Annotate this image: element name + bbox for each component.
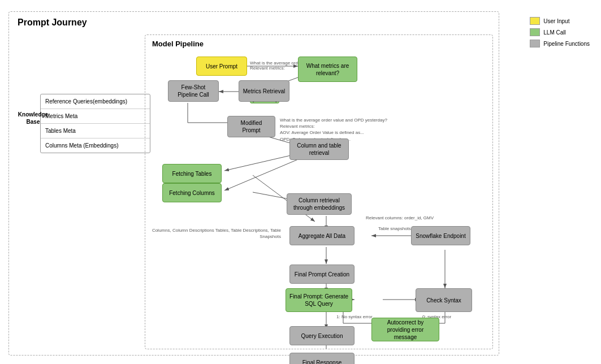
svg-line-8: [224, 159, 298, 190]
main-container: User Input LLM Call Pipeline Functions P…: [0, 0, 601, 364]
model-pipeline-container: Model Pipeline: [145, 34, 493, 349]
legend-user-input-box: [530, 17, 540, 25]
kb-row-tables: Tables Meta: [41, 124, 150, 138]
fetching-columns-node: Fetching Columns: [162, 183, 222, 202]
model-pipeline-title: Model Pipeline: [152, 40, 204, 48]
final-response-node: Final Response: [289, 353, 354, 364]
user-prompt-node: User Prompt: [196, 57, 247, 76]
legend-user-input: User Input: [530, 17, 590, 25]
fetching-tables-node: Fetching Tables: [162, 164, 222, 183]
legend-pipeline: Pipeline Functions: [530, 40, 590, 47]
legend-llm-call: LLM Call: [530, 28, 590, 36]
query-execution-node: Query Execution: [289, 326, 354, 345]
snowflake-endpoint-node: Snowflake Endpoint: [411, 226, 470, 245]
prompt-journey-container: Prompt Journey Reference Queries(embeddi…: [8, 11, 499, 356]
prompt-journey-title: Prompt Journey: [18, 18, 87, 28]
legend-pipeline-box: [530, 40, 540, 47]
aggregate-all-data-node: Aggregate All Data: [289, 226, 354, 245]
kb-row-reference: Reference Queries(embeddings): [41, 94, 150, 109]
modified-prompt-node: Modified Prompt: [227, 116, 275, 137]
few-shot-node: Few-Shot Pipeline Call: [168, 80, 219, 102]
no-syntax-error-annotation: 1: No syntax error: [336, 314, 373, 319]
knowledge-base-box: Reference Queries(embeddings) Metrics Me…: [40, 94, 150, 153]
column-retrieval-embeddings-node: Column retrieval through embeddings: [287, 193, 352, 215]
legend-pipeline-label: Pipeline Functions: [543, 41, 590, 47]
legend-llm-call-box: [530, 28, 540, 36]
svg-line-7: [224, 154, 298, 171]
relevant-columns-annotation: Relevant columns: order_id, GMV: [366, 215, 434, 221]
table-snapshots-annotation: Table snapshots: [378, 226, 411, 231]
legend: User Input LLM Call Pipeline Functions: [530, 17, 590, 47]
check-syntax-node: Check Syntax: [416, 288, 472, 312]
legend-llm-call-label: LLM Call: [543, 29, 565, 36]
kb-row-columns: Columns Meta (Embeddings): [41, 138, 150, 153]
what-metrics-node: What metrics are relevant?: [298, 57, 357, 82]
kb-label-text: KnowledgeBase: [18, 111, 48, 125]
legend-user-input-label: User Input: [543, 18, 569, 24]
knowledge-base-label: KnowledgeBase: [18, 111, 49, 125]
column-table-retrieval-node: Column and table retrieval: [289, 138, 349, 160]
kb-row-metrics: Metrics Meta: [41, 109, 150, 124]
metrics-retrieval-node: Metrics Retrieval: [239, 80, 289, 102]
autocorrect-node: Autocorrect by providing error message: [371, 318, 439, 341]
columns-descriptions-annotation: Columns, Column Descriptions Tables, Tab…: [151, 227, 281, 240]
final-prompt-creation-node: Final Prompt Creation: [289, 265, 354, 284]
final-prompt-generate-node: Final Prompt: Generate SQL Query: [286, 288, 352, 312]
